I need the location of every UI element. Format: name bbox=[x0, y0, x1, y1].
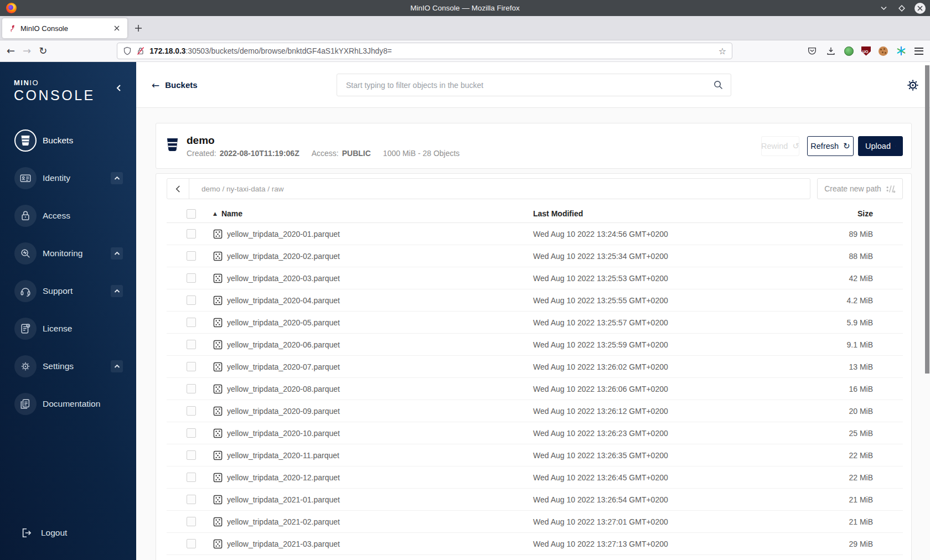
row-checkbox[interactable] bbox=[187, 539, 196, 548]
object-name[interactable]: yellow_tripdata_2020-10.parquet bbox=[227, 429, 340, 438]
object-name[interactable]: yellow_tripdata_2020-04.parquet bbox=[227, 296, 340, 305]
sidebar-item-buckets[interactable]: Buckets bbox=[0, 122, 136, 159]
object-name[interactable]: yellow_tripdata_2020-12.parquet bbox=[227, 473, 340, 482]
object-name[interactable]: yellow_tripdata_2021-02.parquet bbox=[227, 517, 340, 526]
column-name[interactable]: Name bbox=[221, 209, 242, 218]
table-row[interactable]: yellow_tripdata_2020-06.parquet Wed Aug … bbox=[167, 334, 903, 356]
new-tab-button[interactable] bbox=[132, 22, 145, 35]
chevron-up-icon[interactable] bbox=[111, 360, 123, 372]
row-checkbox[interactable] bbox=[187, 450, 196, 460]
select-all-checkbox[interactable] bbox=[187, 209, 196, 219]
table-row[interactable]: yellow_tripdata_2020-07.parquet Wed Aug … bbox=[167, 356, 903, 378]
path-icon bbox=[886, 185, 896, 193]
breadcrumb-back-button[interactable] bbox=[167, 179, 189, 199]
row-checkbox[interactable] bbox=[187, 406, 196, 416]
table-row[interactable]: yellow_tripdata_2021-02.parquet Wed Aug … bbox=[167, 511, 903, 533]
chevron-up-icon[interactable] bbox=[111, 285, 123, 297]
row-checkbox[interactable] bbox=[187, 362, 196, 371]
row-checkbox[interactable] bbox=[187, 517, 196, 526]
row-checkbox[interactable] bbox=[187, 273, 196, 283]
parquet-object-icon bbox=[213, 517, 223, 527]
url-text[interactable]: 172.18.0.3:30503/buckets/demo/browse/bnk… bbox=[149, 47, 714, 55]
tab-close-icon[interactable] bbox=[112, 23, 122, 33]
object-size: 21 MiB bbox=[807, 495, 903, 504]
reload-button[interactable]: ↻ bbox=[39, 46, 47, 56]
sidebar-item-documentation[interactable]: Documentation bbox=[0, 385, 136, 423]
forward-button[interactable]: → bbox=[23, 46, 31, 56]
search-input[interactable] bbox=[337, 74, 731, 96]
table-row[interactable]: yellow_tripdata_2020-05.parquet Wed Aug … bbox=[167, 312, 903, 334]
back-to-buckets[interactable]: ← Buckets bbox=[152, 62, 198, 108]
url-bar[interactable]: 172.18.0.3:30503/buckets/demo/browse/bnk… bbox=[117, 43, 732, 59]
row-checkbox[interactable] bbox=[187, 340, 196, 349]
chevron-up-icon[interactable] bbox=[111, 247, 123, 260]
extension-green-icon[interactable] bbox=[844, 46, 854, 56]
back-button[interactable]: ← bbox=[7, 46, 15, 56]
refresh-button[interactable]: Refresh↻ bbox=[807, 136, 854, 156]
sidebar-item-settings[interactable]: Settings bbox=[0, 348, 136, 385]
table-row[interactable]: yellow_tripdata_2020-04.parquet Wed Aug … bbox=[167, 289, 903, 312]
sidebar-item-label: Documentation bbox=[43, 399, 100, 409]
menu-hamburger-icon[interactable] bbox=[914, 48, 923, 55]
cookie-extension-icon[interactable] bbox=[879, 46, 888, 56]
object-name[interactable]: yellow_tripdata_2020-08.parquet bbox=[227, 385, 340, 393]
object-name[interactable]: yellow_tripdata_2020-01.parquet bbox=[227, 230, 340, 238]
table-row[interactable]: yellow_tripdata_2020-01.parquet Wed Aug … bbox=[167, 223, 903, 245]
row-checkbox[interactable] bbox=[187, 428, 196, 438]
chevron-up-icon[interactable] bbox=[111, 172, 123, 184]
sidebar-collapse-icon[interactable] bbox=[115, 84, 122, 92]
window-close-icon[interactable] bbox=[914, 3, 926, 14]
row-checkbox[interactable] bbox=[187, 251, 196, 261]
sidebar-item-identity[interactable]: Identity bbox=[0, 159, 136, 197]
table-row[interactable]: yellow_tripdata_2020-11.parquet Wed Aug … bbox=[167, 444, 903, 466]
object-name[interactable]: yellow_tripdata_2021-03.parquet bbox=[227, 540, 340, 548]
column-last-modified[interactable]: Last Modified bbox=[533, 209, 807, 218]
row-checkbox[interactable] bbox=[187, 295, 196, 305]
row-checkbox[interactable] bbox=[187, 229, 196, 238]
sidebar-item-support[interactable]: Support bbox=[0, 272, 136, 310]
window-minimize-icon[interactable] bbox=[878, 3, 889, 14]
create-new-path-button[interactable]: Create new path bbox=[817, 178, 903, 199]
row-checkbox[interactable] bbox=[187, 473, 196, 482]
sidebar-item-access[interactable]: Access bbox=[0, 197, 136, 235]
downloads-icon[interactable] bbox=[825, 45, 836, 56]
object-last-modified: Wed Aug 10 2022 13:26:35 GMT+0200 bbox=[533, 451, 807, 460]
object-name[interactable]: yellow_tripdata_2021-01.parquet bbox=[227, 495, 340, 504]
sidebar-item-monitoring[interactable]: Monitoring bbox=[0, 235, 136, 272]
tracking-shield-icon[interactable] bbox=[123, 46, 132, 55]
browser-tab[interactable]: MinIO Console bbox=[2, 18, 127, 38]
table-row[interactable]: yellow_tripdata_2020-10.parquet Wed Aug … bbox=[167, 422, 903, 444]
breadcrumb[interactable]: demo / ny-taxi-data / raw bbox=[189, 185, 284, 193]
column-size[interactable]: Size bbox=[807, 209, 903, 218]
table-row[interactable]: yellow_tripdata_2020-12.parquet Wed Aug … bbox=[167, 466, 903, 489]
object-name[interactable]: yellow_tripdata_2020-06.parquet bbox=[227, 340, 340, 349]
sidebar-item-logout[interactable]: Logout bbox=[0, 522, 136, 544]
console-settings-gear-icon[interactable] bbox=[906, 78, 920, 92]
upload-button[interactable]: Upload bbox=[858, 136, 903, 156]
extension-asterisk-icon[interactable] bbox=[896, 45, 907, 56]
object-name[interactable]: yellow_tripdata_2020-11.parquet bbox=[227, 451, 339, 460]
page-scrollbar[interactable] bbox=[925, 65, 929, 374]
object-name[interactable]: yellow_tripdata_2020-09.parquet bbox=[227, 407, 340, 416]
table-row[interactable]: yellow_tripdata_2020-09.parquet Wed Aug … bbox=[167, 400, 903, 422]
row-checkbox[interactable] bbox=[187, 495, 196, 504]
connection-not-secure-icon[interactable] bbox=[136, 46, 145, 55]
table-row[interactable]: yellow_tripdata_2021-03.parquet Wed Aug … bbox=[167, 533, 903, 555]
pocket-icon[interactable] bbox=[807, 45, 818, 56]
object-name[interactable]: yellow_tripdata_2020-07.parquet bbox=[227, 362, 340, 371]
object-name[interactable]: yellow_tripdata_2020-05.parquet bbox=[227, 318, 340, 327]
sidebar-item-license[interactable]: License bbox=[0, 310, 136, 348]
table-row[interactable]: yellow_tripdata_2020-02.parquet Wed Aug … bbox=[167, 245, 903, 267]
table-row[interactable]: yellow_tripdata_2020-08.parquet Wed Aug … bbox=[167, 378, 903, 400]
table-row[interactable]: yellow_tripdata_2021-01.parquet Wed Aug … bbox=[167, 489, 903, 511]
sort-ascending-icon[interactable]: ▲ bbox=[213, 211, 217, 216]
object-name[interactable]: yellow_tripdata_2020-02.parquet bbox=[227, 252, 340, 261]
filter-objects-searchbox[interactable] bbox=[337, 74, 731, 96]
row-checkbox[interactable] bbox=[187, 384, 196, 393]
window-maximize-icon[interactable] bbox=[896, 3, 907, 14]
object-name[interactable]: yellow_tripdata_2020-03.parquet bbox=[227, 274, 340, 283]
table-row[interactable]: yellow_tripdata_2020-03.parquet Wed Aug … bbox=[167, 267, 903, 289]
bookmark-star-icon[interactable]: ☆ bbox=[719, 46, 726, 56]
ublock-origin-icon[interactable]: UO bbox=[861, 46, 871, 56]
row-checkbox[interactable] bbox=[187, 318, 196, 327]
